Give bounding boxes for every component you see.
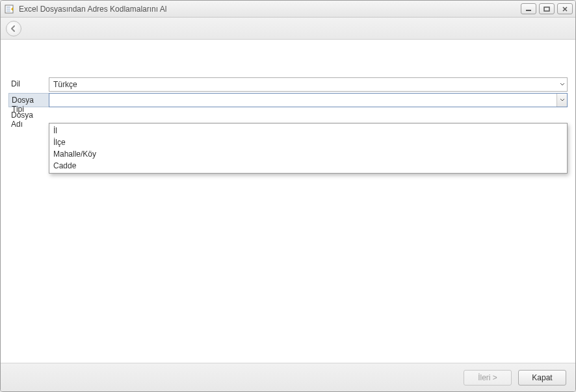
combo-dosya-tipi[interactable] — [49, 93, 568, 107]
row-dosya-tipi: Dosya Tipi — [8, 93, 568, 107]
form-area: Dil Türkçe Dosya Tipi Dosya Adı — [1, 40, 575, 363]
option-cadde[interactable]: Cadde — [49, 160, 567, 172]
back-button[interactable] — [6, 21, 21, 36]
option-mahalle-koy[interactable]: Mahalle/Köy — [49, 148, 567, 160]
close-dialog-button[interactable]: Kapat — [518, 370, 566, 385]
label-dosya-tipi: Dosya Tipi — [8, 93, 49, 107]
app-icon — [5, 4, 15, 14]
next-button: İleri > — [464, 370, 512, 385]
combo-dil[interactable]: Türkçe — [49, 77, 568, 92]
close-button[interactable] — [557, 3, 573, 14]
title-bar: Excel Dosyasından Adres Kodlamalarını Al — [1, 1, 575, 18]
arrow-left-icon — [10, 25, 18, 33]
chevron-down-icon[interactable] — [556, 94, 567, 107]
window-controls — [521, 3, 573, 14]
label-dosya-adi: Dosya Adı — [8, 109, 49, 123]
option-il[interactable]: İl — [49, 125, 567, 137]
window-title: Excel Dosyasından Adres Kodlamalarını Al — [19, 5, 517, 14]
footer: İleri > Kapat — [1, 363, 575, 391]
svg-rect-5 — [544, 7, 549, 11]
option-ilce[interactable]: İlçe — [49, 137, 567, 148]
row-dil: Dil Türkçe — [8, 77, 568, 92]
toolbar — [1, 18, 575, 40]
dropdown-dosya-tipi: İl İlçe Mahalle/Köy Cadde — [49, 123, 568, 174]
maximize-button[interactable] — [539, 3, 555, 14]
label-dil: Dil — [8, 77, 49, 92]
minimize-button[interactable] — [521, 3, 536, 14]
chevron-down-icon[interactable] — [556, 78, 567, 91]
row-dosya-adi: Dosya Adı — [8, 109, 568, 123]
dialog-window: Excel Dosyasından Adres Kodlamalarını Al… — [0, 0, 576, 392]
combo-dil-value: Türkçe — [49, 80, 556, 89]
